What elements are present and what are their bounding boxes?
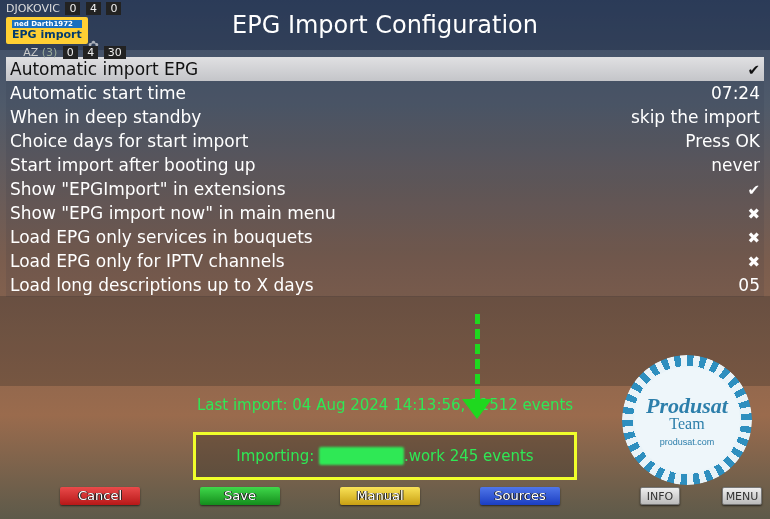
config-row[interactable]: Choice days for start importPress OK [6, 129, 764, 153]
row-value [747, 57, 760, 82]
row-label: Choice days for start import [10, 129, 248, 153]
row-value: 05 [738, 273, 760, 297]
background-overlay: DJOKOVIC 0 4 0 ned Darth1972 EPG import … [6, 2, 126, 59]
config-row[interactable]: Load EPG only services in bouquets [6, 225, 764, 249]
row-label: Start import after booting up [10, 153, 256, 177]
row-value [747, 249, 760, 274]
row-label: Load long descriptions up to X days [10, 273, 314, 297]
config-row[interactable]: Load long descriptions up to X days05 [6, 273, 764, 297]
row-value [747, 177, 760, 202]
save-button[interactable]: Save [200, 487, 280, 505]
config-row[interactable]: Automatic start time07:24 [6, 81, 764, 105]
player1-name: DJOKOVIC [6, 2, 60, 15]
score: 4 [86, 2, 101, 15]
config-row[interactable]: Show "EPG import now" in main menu [6, 201, 764, 225]
manual-button[interactable]: Manual [340, 487, 420, 505]
row-label: Automatic import EPG [10, 57, 198, 81]
score: 4 [83, 46, 98, 59]
watermark-badge: Produsat Team produsat.com [622, 355, 752, 485]
config-list[interactable]: Automatic import EPGAutomatic start time… [6, 57, 764, 297]
row-label: Show "EPGImport" in extensions [10, 177, 286, 201]
title-text: EPG Import Configuration [232, 11, 538, 39]
config-row[interactable]: When in deep standbyskip the import [6, 105, 764, 129]
row-value [747, 201, 760, 226]
config-row[interactable]: Load EPG only for IPTV channels [6, 249, 764, 273]
row-value [747, 225, 760, 250]
score: 30 [104, 46, 126, 59]
row-value: Press OK [685, 129, 760, 153]
row-label: Load EPG only services in bouquets [10, 225, 313, 249]
row-value: never [711, 153, 760, 177]
menu-button[interactable]: MENU [722, 487, 762, 505]
config-row[interactable]: Start import after booting upnever [6, 153, 764, 177]
row-value: 07:24 [711, 81, 760, 105]
score: 0 [63, 46, 78, 59]
pill-top: ned Darth1972 [12, 20, 82, 28]
row-label: When in deep standby [10, 105, 201, 129]
info-button[interactable]: INFO [640, 487, 680, 505]
row-label: Load EPG only for IPTV channels [10, 249, 285, 273]
cancel-button[interactable]: Cancel [60, 487, 140, 505]
row-label: Automatic start time [10, 81, 186, 105]
player2-name: AZ [23, 46, 38, 59]
badge-sub: Team [669, 415, 704, 433]
sources-button[interactable]: Sources [480, 487, 560, 505]
row-label: Show "EPG import now" in main menu [10, 201, 336, 225]
plugin-pill: ned Darth1972 EPG import [6, 17, 88, 44]
importing-status: Importing: ███████.work 245 events [193, 432, 576, 480]
score: 0 [106, 2, 121, 15]
config-row[interactable]: Show "EPGImport" in extensions [6, 177, 764, 201]
config-row[interactable]: Automatic import EPG [6, 57, 764, 81]
badge-url: produsat.com [660, 437, 715, 447]
seed: (3) [42, 46, 58, 59]
score: 0 [65, 2, 80, 15]
redacted-host: ███████ [319, 447, 404, 465]
button-bar: Cancel Save Manual Sources INFO MENU [0, 487, 770, 505]
row-value: skip the import [631, 105, 760, 129]
pill-label: EPG import [12, 28, 82, 41]
